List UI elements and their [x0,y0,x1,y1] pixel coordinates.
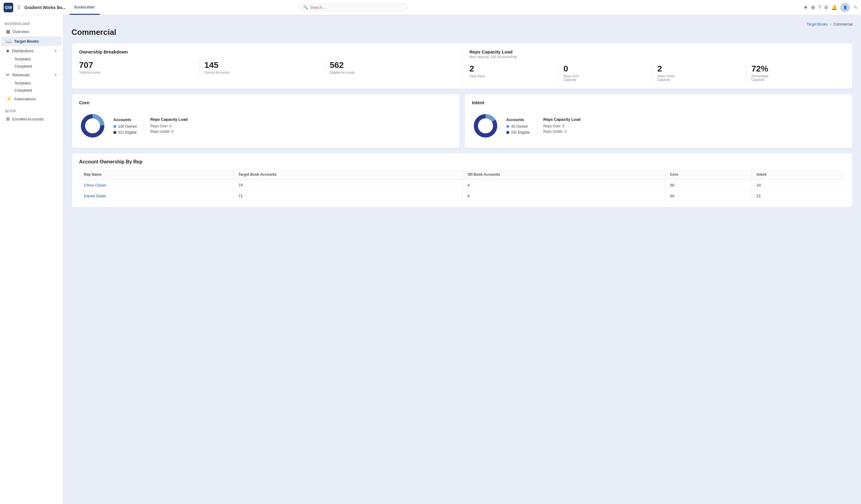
intent-reps-under: Reps Under: 2 [543,129,580,134]
intent-owned-label: 45 Owned [511,124,528,128]
search-icon: 🔍 [303,5,308,10]
reps-over-stat: 0 Reps OverCapacity [563,63,653,83]
cell-rep-name: Chloe Closer [79,180,234,191]
sidebar-item-distributions[interactable]: ◈ Distributions + [1,46,62,56]
nav-actions: ★ ⊕ ? ⚙ 🔔 👤 [804,3,850,12]
total-reps-value: 2 [469,64,554,74]
intent-card: Intent Accounts 45 Owned [464,94,852,148]
core-accounts-title: Accounts [113,117,137,122]
add-icon[interactable]: ⊕ [811,4,815,11]
sidebar-item-ret-templates[interactable]: Templates [12,80,62,87]
sidebar-item-ret-completed[interactable]: Completed [12,87,62,94]
dist-completed-label: Completed [14,64,32,69]
intent-owned-legend: 45 Owned [506,124,530,128]
sidebar-item-overview[interactable]: ▦ Overview [1,27,62,36]
cell-intent: 24 [752,180,845,191]
cell-core: 50 [665,191,752,201]
search-bar: 🔍 [299,4,408,11]
sidebar-item-target-books[interactable]: 📖 Target Books [1,36,62,46]
intent-capacity-title: Reps Capacity Load [543,117,580,122]
pct-capacity-stat: 72% PercentageCapacity [751,63,840,83]
col-target-book: Target Book Accounts [234,169,463,180]
core-owned-dot [113,125,117,128]
cell-intent: 21 [752,191,845,201]
gear-icon[interactable]: ⚙ [824,4,828,10]
dist-templates-label: Templates [14,57,31,61]
help-icon[interactable]: ? [818,5,821,10]
sidebar-label-target-books: Target Books [14,39,39,44]
table-body: Chloe Closer 74 4 50 24 Daniel Dialer 71… [79,180,845,201]
logo-text: GW [5,5,12,10]
core-intent-row: Core Accounts 100 Owned [71,94,852,153]
sidebar-item-dist-completed[interactable]: Completed [12,63,62,70]
sidebar: BOOKBUILDER ▦ Overview 📖 Target Books ◈ … [0,15,63,504]
table-header: Rep Name Target Book Accounts Off Book A… [79,169,845,180]
sidebar-section-bookbuilder: BOOKBUILDER [0,20,63,27]
rep-link[interactable]: Chloe Closer [84,183,106,187]
breadcrumb: Target Books > Commercial [71,22,852,26]
app-logo: GW [4,3,13,12]
core-title: Core [79,100,452,105]
overview-icon: ▦ [6,29,10,34]
reps-over-value: 0 [563,64,647,74]
sidebar-item-dist-templates[interactable]: Templates [12,56,62,63]
core-reps-under: Reps Under: 0 [150,129,188,134]
total-accounts-stat: 707 Total Accounts [79,59,200,75]
page-title: Commercial [71,28,852,37]
cell-off-book: 4 [462,180,665,191]
star-icon[interactable]: ★ [804,4,808,10]
section-divider [462,49,462,83]
cell-core: 50 [665,180,752,191]
intent-eligible-legend: 241 Eligible [506,130,530,135]
owned-accounts-label: Owned Accounts [204,71,320,74]
col-core: Core [665,169,752,180]
search-input[interactable] [310,5,404,10]
total-accounts-value: 707 [79,60,194,70]
bookbuilder-tab[interactable]: Bookbuilder [69,0,100,15]
avatar[interactable]: 👤 [840,3,850,12]
owned-accounts-value: 145 [204,60,320,70]
core-owned-label: 100 Owned [118,124,136,128]
breadcrumb-parent[interactable]: Target Books [807,22,828,26]
grid-icon[interactable]: ⠿ [17,4,21,11]
breadcrumb-current: Commercial [833,22,852,26]
ownership-section: Ownership Breakdown 707 Total Accounts 1… [79,49,455,83]
automations-icon: ⚡ [6,96,12,101]
ownership-title: Ownership Breakdown [79,49,455,54]
distributions-add-icon[interactable]: + [54,48,57,54]
core-reps-over: Reps Over: 0 [150,124,188,128]
retrievals-add-icon[interactable]: + [54,72,57,78]
core-donut-chart [79,112,106,139]
reps-under-value: 2 [657,64,742,74]
pct-capacity-value: 72% [751,64,835,74]
eligible-accounts-label: Eligible Accounts [330,71,445,74]
eligible-accounts-value: 562 [330,60,445,70]
reps-under-label: Reps UnderCapacity [657,74,742,81]
core-legend: Accounts 100 Owned 321 Eligible [113,117,137,135]
page-edit-icon[interactable]: ✎ [853,4,857,10]
reps-stats: 2 Total Reps 0 Reps OverCapacity 2 Reps … [469,63,845,83]
sidebar-item-enrolled-accounts[interactable]: ⊞ Enrolled Accounts [1,114,62,124]
sidebar-item-retrievals[interactable]: ↩ Retrievals + [1,70,62,80]
ownership-table: Rep Name Target Book Accounts Off Book A… [79,169,845,201]
eligible-accounts-stat: 562 Eligible Accounts [330,59,450,75]
cell-rep-name: Daniel Dialer [79,191,234,201]
core-eligible-label: 321 Eligible [118,130,137,135]
cell-target-book: 71 [234,191,463,201]
intent-accounts-title: Accounts [506,117,530,122]
top-nav: GW ⠿ Gradient Works Bo... Bookbuilder 🔍 … [0,0,861,15]
core-donut-container: Accounts 100 Owned 321 Eligible Re [79,110,452,142]
intent-owned-dot [506,125,509,128]
sidebar-label-automations: Automations [14,97,36,101]
ownership-reps-row: Ownership Breakdown 707 Total Accounts 1… [79,49,845,83]
core-eligible-legend: 321 Eligible [113,130,137,135]
reps-capacity-title: Reps Capacity Load [469,49,845,54]
core-capacity-section: Reps Capacity Load Reps Over: 0 Reps Und… [144,117,188,135]
bell-icon[interactable]: 🔔 [831,4,837,10]
layout: BOOKBUILDER ▦ Overview 📖 Target Books ◈ … [0,15,861,504]
intent-donut-container: Accounts 45 Owned 241 Eligible Rep [472,110,845,142]
sidebar-item-automations[interactable]: ⚡ Automations [1,94,62,103]
reps-capacity-subtitle: Max capacity: 100 accounts/Rep [469,55,845,59]
rep-link[interactable]: Daniel Dialer [84,194,106,198]
sidebar-label-retrievals: Retrievals [12,73,30,77]
